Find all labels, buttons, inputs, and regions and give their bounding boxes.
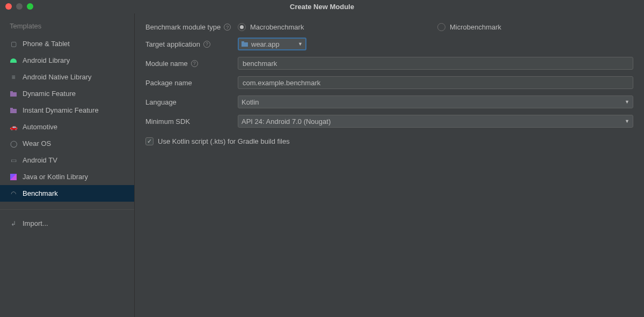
tv-icon: ▭ [10,157,17,164]
dropdown-value: API 24: Android 7.0 (Nougat) [241,117,331,126]
sidebar-item-automotive[interactable]: 🚗 Automotive [0,119,134,135]
sidebar-item-label: Android Library [23,56,70,64]
sidebar-item-android-native-library[interactable]: ≡ Android Native Library [0,69,134,85]
checkbox-label: Use Kotlin script (.kts) for Gradle buil… [158,137,290,145]
minimum-sdk-label: Minimum SDK [145,117,238,126]
module-name-label: Module name ? [145,60,238,68]
form-panel: Benchmark module type ? Macrobenchmark M… [135,13,644,317]
radio-label: Macrobenchmark [250,23,304,31]
sidebar-item-label: Dynamic Feature [23,90,76,98]
sidebar-item-label: Wear OS [23,139,51,148]
sidebar-item-label: Automotive [23,123,57,131]
sidebar-item-label: Java or Kotlin Library [23,173,88,181]
kts-checkbox-row[interactable]: ✓ Use Kotlin script (.kts) for Gradle bu… [145,137,633,145]
sidebar-item-label: Import... [23,219,48,227]
watch-icon: ◯ [10,140,17,148]
target-application-dropdown[interactable]: wear.app ▼ [238,38,306,50]
radio-unchecked-icon [437,23,445,31]
help-icon[interactable]: ? [191,60,198,67]
sidebar-item-label: Android Native Library [23,73,92,81]
language-dropdown[interactable]: Kotlin ▼ [238,95,633,108]
templates-sidebar: Templates ▢ Phone & Tablet Android Libra… [0,13,135,317]
module-name-input[interactable] [238,57,633,70]
sidebar-item-instant-dynamic-feature[interactable]: Instant Dynamic Feature [0,102,134,119]
sidebar-item-dynamic-feature[interactable]: Dynamic Feature [0,85,134,102]
radio-label: Microbenchmark [450,23,501,31]
chevron-down-icon: ▼ [298,41,303,47]
sidebar-item-label: Android TV [23,156,57,164]
sidebar-item-wear-os[interactable]: ◯ Wear OS [0,135,134,152]
benchmark-module-type-label: Benchmark module type ? [145,23,238,31]
radio-macrobenchmark[interactable]: Macrobenchmark [238,23,437,31]
package-name-label: Package name [145,79,238,87]
maximize-window-button[interactable] [27,3,33,10]
chevron-down-icon: ▼ [625,119,630,124]
phone-tablet-icon: ▢ [10,40,17,48]
kotlin-icon [10,173,17,181]
package-name-input[interactable] [238,76,633,89]
android-icon [10,57,17,64]
language-label: Language [145,98,238,106]
radio-microbenchmark[interactable]: Microbenchmark [437,23,501,31]
dropdown-value: wear.app [251,40,280,48]
sidebar-item-label: Instant Dynamic Feature [23,106,99,114]
folder-icon [10,107,17,114]
sidebar-item-import[interactable]: ↲ Import... [0,215,134,232]
window-controls [5,3,33,10]
stack-icon: ≡ [10,73,17,81]
sidebar-item-java-kotlin-library[interactable]: Java or Kotlin Library [0,168,134,185]
dropdown-value: Kotlin [241,98,259,106]
import-icon: ↲ [10,220,17,227]
sidebar-item-label: Benchmark [23,189,58,197]
window-title: Create New Module [0,3,644,11]
titlebar: Create New Module [0,0,644,13]
minimize-window-button[interactable] [16,3,23,10]
close-window-button[interactable] [5,3,12,10]
folder-icon [10,90,17,98]
sidebar-header: Templates [0,13,134,35]
radio-checked-icon [238,23,246,31]
sidebar-item-android-library[interactable]: Android Library [0,52,134,69]
target-application-label: Target application ? [145,40,238,48]
sidebar-item-label: Phone & Tablet [23,40,70,48]
gauge-icon: ◠ [10,190,17,197]
sidebar-item-benchmark[interactable]: ◠ Benchmark [0,185,134,202]
car-icon: 🚗 [10,123,17,131]
sidebar-separator [0,209,134,210]
checkbox-checked-icon: ✓ [145,137,153,145]
minimum-sdk-dropdown[interactable]: API 24: Android 7.0 (Nougat) ▼ [238,115,633,128]
sidebar-item-android-tv[interactable]: ▭ Android TV [0,152,134,168]
help-icon[interactable]: ? [203,41,210,48]
sidebar-item-phone-tablet[interactable]: ▢ Phone & Tablet [0,35,134,52]
help-icon[interactable]: ? [224,24,231,31]
chevron-down-icon: ▼ [625,99,630,105]
module-folder-icon [241,41,248,47]
